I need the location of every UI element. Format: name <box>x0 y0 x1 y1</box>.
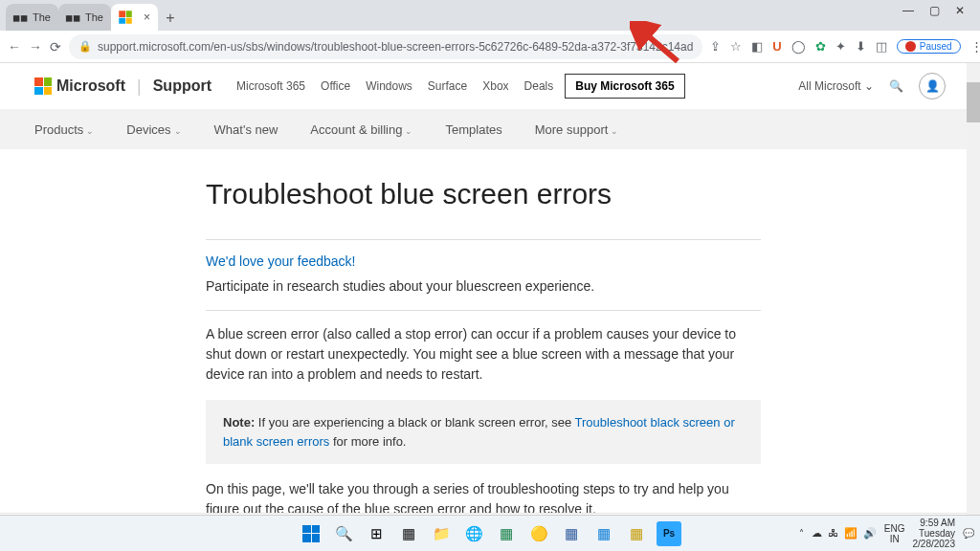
network-icon[interactable]: 🖧 <box>828 527 838 540</box>
minimize-button[interactable]: — <box>902 4 914 17</box>
note-text-b: for more info. <box>329 434 406 449</box>
tab-2[interactable]: ◼◼The <box>58 4 111 31</box>
subnav-account[interactable]: Account & billing⌄ <box>310 122 412 137</box>
subnav-devices[interactable]: Devices⌄ <box>126 122 181 137</box>
vertical-scrollbar[interactable] <box>967 63 980 551</box>
nav-xbox[interactable]: Xbox <box>482 79 508 93</box>
search-button[interactable]: 🔍 <box>331 521 356 546</box>
chevron-down-icon: ⌄ <box>174 126 182 136</box>
address-bar[interactable]: 🔒 support.microsoft.com/en-us/sbs/window… <box>69 34 702 59</box>
photoshop-icon[interactable]: Ps <box>657 521 681 546</box>
widgets-button[interactable]: ▦ <box>396 521 421 546</box>
feedback-link[interactable]: We'd love your feedback! <box>206 253 761 269</box>
favicon-medium-icon: ◼◼ <box>66 11 79 24</box>
scrollbar-thumb[interactable] <box>967 82 980 122</box>
edge-icon[interactable]: 🌐 <box>461 521 486 546</box>
subnav-more[interactable]: More support⌄ <box>535 122 619 137</box>
language-indicator[interactable]: ENG IN <box>884 523 905 544</box>
word-icon[interactable]: ▦ <box>559 521 584 546</box>
all-microsoft-dropdown[interactable]: All Microsoft ⌄ <box>798 79 874 93</box>
profile-dot-icon <box>905 41 916 52</box>
chevron-down-icon: ⌄ <box>864 79 874 93</box>
ext-icon-1[interactable]: ◧ <box>751 39 763 54</box>
chevron-down-icon: ⌄ <box>611 126 618 136</box>
new-tab-button[interactable]: + <box>158 6 183 31</box>
nav-office[interactable]: Office <box>321 79 350 93</box>
excel-icon[interactable]: ▦ <box>494 521 519 546</box>
page-title: Troubleshoot blue screen errors <box>206 178 761 210</box>
ext-icon-settings[interactable]: ✿ <box>815 39 826 54</box>
lock-icon: 🔒 <box>78 40 92 53</box>
window-controls: — ▢ ✕ <box>902 0 974 17</box>
profile-paused-button[interactable]: Paused <box>897 39 961 54</box>
explorer-icon[interactable]: 📁 <box>429 521 454 546</box>
maximize-button[interactable]: ▢ <box>929 4 940 17</box>
ms-header: Microsoft | Support Microsoft 365 Office… <box>0 63 980 109</box>
tab-title: The <box>33 11 51 23</box>
article-body: Troubleshoot blue screen errors We'd lov… <box>206 149 761 519</box>
menu-icon[interactable]: ⋮ <box>970 39 980 54</box>
paused-label: Paused <box>920 41 952 52</box>
close-window-button[interactable]: ✕ <box>955 4 965 17</box>
sidebar-icon[interactable]: ◫ <box>876 39 887 54</box>
microsoft-logo[interactable]: Microsoft <box>34 77 125 95</box>
account-avatar[interactable]: 👤 <box>919 73 946 99</box>
tray-chevron-icon[interactable]: ˄ <box>799 528 804 539</box>
ext-icon-u[interactable]: U <box>772 39 781 54</box>
nav-windows[interactable]: Windows <box>366 79 412 93</box>
extensions-icon[interactable]: ✦ <box>835 39 846 54</box>
paragraph-1: A blue screen error (also called a stop … <box>206 324 761 385</box>
notifications-icon[interactable]: 💬 <box>963 528 974 539</box>
app-icon[interactable]: ▦ <box>624 521 649 546</box>
note-label: Note: <box>223 415 255 430</box>
note-box: Note: If you are experiencing a black or… <box>206 400 761 464</box>
chevron-down-icon: ⌄ <box>405 126 412 136</box>
header-nav: Microsoft 365 Office Windows Surface Xbo… <box>236 79 553 93</box>
ext-icon-shield[interactable]: ◯ <box>791 39 806 54</box>
nav-deals[interactable]: Deals <box>524 79 554 93</box>
tab-strip: ◼◼The ◼◼The × + — ▢ ✕ <box>0 0 980 31</box>
divider: | <box>137 77 142 97</box>
brand-text: Microsoft <box>56 77 125 95</box>
onedrive-icon[interactable]: ☁ <box>812 527 822 540</box>
download-icon[interactable]: ⬇ <box>856 39 866 54</box>
subnav-templates[interactable]: Templates <box>445 122 501 137</box>
time-text: 9:59 AM <box>913 518 956 528</box>
divider <box>206 239 761 240</box>
support-link[interactable]: Support <box>153 77 212 95</box>
date-text: 2/28/2023 <box>913 539 956 549</box>
subnav-whatsnew[interactable]: What's new <box>214 122 278 137</box>
volume-icon[interactable]: 🔊 <box>863 527 877 540</box>
wifi-icon[interactable]: 📶 <box>844 527 858 540</box>
nav-m365[interactable]: Microsoft 365 <box>236 79 305 93</box>
favicon-ms-icon <box>119 11 132 24</box>
chevron-down-icon: ⌄ <box>86 126 94 136</box>
reload-button[interactable]: ⟳ <box>50 39 61 55</box>
back-button[interactable]: ← <box>8 39 21 55</box>
nav-surface[interactable]: Surface <box>428 79 467 93</box>
url-text: support.microsoft.com/en-us/sbs/windows/… <box>98 40 693 54</box>
browser-toolbar: ← → ⟳ 🔒 support.microsoft.com/en-us/sbs/… <box>0 31 980 63</box>
note-text-a: If you are experiencing a black or blank… <box>255 415 574 430</box>
ms-squares-icon <box>34 77 52 95</box>
close-tab-icon[interactable]: × <box>144 11 150 24</box>
chrome-icon[interactable]: 🟡 <box>526 521 551 546</box>
subnav-products[interactable]: Products⌄ <box>34 122 94 137</box>
clock[interactable]: 9:59 AM Tuesday 2/28/2023 <box>913 518 956 549</box>
day-text: Tuesday <box>913 528 956 539</box>
buy-m365-button[interactable]: Buy Microsoft 365 <box>565 74 684 99</box>
windows-taskbar: 🔍 ⊞ ▦ 📁 🌐 ▦ 🟡 ▦ ▦ ▦ Ps ˄ ☁ 🖧 📶 🔊 ENG IN … <box>0 515 980 551</box>
tab-title: The <box>85 11 103 23</box>
tab-1[interactable]: ◼◼The <box>6 4 58 31</box>
outlook-icon[interactable]: ▦ <box>591 521 616 546</box>
share-icon[interactable]: ⇪ <box>710 39 721 54</box>
bookmark-icon[interactable]: ☆ <box>730 39 742 54</box>
search-icon[interactable]: 🔍 <box>889 79 903 93</box>
sub-nav: Products⌄ Devices⌄ What's new Account & … <box>0 109 980 149</box>
forward-button[interactable]: → <box>29 39 42 55</box>
tab-3-active[interactable]: × <box>111 4 158 31</box>
task-view-button[interactable]: ⊞ <box>364 521 389 546</box>
divider <box>206 310 761 311</box>
page-content: Microsoft | Support Microsoft 365 Office… <box>0 63 980 551</box>
start-button[interactable] <box>299 521 323 546</box>
